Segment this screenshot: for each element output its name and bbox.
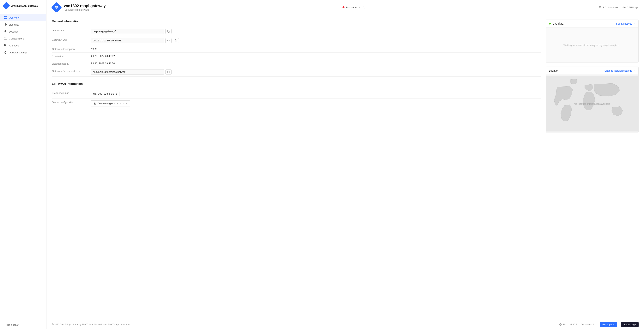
svg-rect-1 xyxy=(6,16,6,17)
no-location-text: No location information available xyxy=(574,102,610,105)
topbar: wm1302 raspi gateway ID: raspberrypigate… xyxy=(46,0,644,15)
live-status-dot xyxy=(549,23,551,24)
location-box: Location Change location settings → xyxy=(546,66,638,133)
gateway-id-value: raspberrypigateway6 xyxy=(68,8,89,11)
gateway-eui-value-cell: 00 16 C0 01 FF 19 BA FE xyxy=(90,38,541,43)
footer-right: EN v3.20.2 Documentation Get support Sta… xyxy=(559,322,638,327)
status-label: Disconnected xyxy=(346,6,361,9)
page-footer: © 2022 The Things Stack by The Things Ne… xyxy=(46,320,644,329)
download-btn-label: Download global_conf.json xyxy=(98,102,128,105)
sidebar-item-location[interactable]: Location xyxy=(0,28,46,35)
svg-rect-5 xyxy=(5,24,5,25)
sidebar-item-live-data[interactable]: Live data xyxy=(0,21,46,28)
location-header-left: Location xyxy=(549,69,559,72)
gateway-id-label: Gateway ID xyxy=(52,29,90,32)
get-support-button[interactable]: Get support xyxy=(600,322,617,327)
topbar-title-block: wm1302 raspi gateway ID: raspberrypigate… xyxy=(64,4,106,11)
sidebar-header: wm1302 raspi gateway xyxy=(0,0,46,12)
live-data-icon xyxy=(4,23,7,26)
api-keys-count: 0 API keys xyxy=(627,6,638,9)
download-icon xyxy=(94,102,96,105)
sidebar-item-location-label: Location xyxy=(9,30,18,33)
global-config-row: Global configuration Download global_con… xyxy=(52,98,541,108)
sidebar-item-collaborators[interactable]: Collaborators xyxy=(0,35,46,42)
topbar-left: wm1302 raspi gateway ID: raspberrypigate… xyxy=(52,3,106,12)
language-selector[interactable]: EN xyxy=(559,323,566,326)
location-icon xyxy=(4,30,7,33)
gateway-id-value-cell: raspberrypigateway6 xyxy=(90,29,541,34)
live-data-content: Waiting for events from raspberrypigatew… xyxy=(546,28,638,62)
last-updated-label: Last updated at xyxy=(52,62,90,65)
content-area: General information Gateway ID raspberry… xyxy=(46,15,644,320)
status-page-button[interactable]: Status page xyxy=(621,322,638,327)
live-data-title: Live data xyxy=(552,22,564,25)
status-area: Disconnected ⓘ xyxy=(342,5,365,9)
server-address-copy-button[interactable] xyxy=(165,69,172,74)
disconnected-dot xyxy=(342,6,344,8)
documentation-link[interactable]: Documentation xyxy=(581,323,596,326)
server-address-field: nam1.cloud.thethings.network xyxy=(90,69,164,74)
gateway-id-field: raspberrypigateway6 xyxy=(90,29,164,34)
frequency-plan-badge: US_902_928_FSB_2 xyxy=(90,91,120,96)
change-location-link[interactable]: Change location settings → xyxy=(604,69,635,72)
lorawan-title: LoRaWAN information xyxy=(52,82,541,85)
globe-icon xyxy=(559,323,562,326)
api-keys-stat[interactable]: 0 API keys xyxy=(622,6,638,9)
live-data-header-left: Live data xyxy=(549,22,564,25)
api-key-stat-icon xyxy=(622,6,626,9)
location-title: Location xyxy=(549,69,559,72)
gateway-id-row: Gateway ID raspberrypigateway6 xyxy=(52,27,541,36)
sidebar-item-general-settings[interactable]: General settings xyxy=(0,49,46,56)
live-data-box: Live data See all activity → Waiting for… xyxy=(546,19,638,63)
download-config-button[interactable]: Download global_conf.json xyxy=(90,100,130,106)
sidebar-item-overview[interactable]: Overview xyxy=(0,14,46,21)
hide-sidebar-label: Hide sidebar xyxy=(6,324,18,326)
gateway-id-copy-button[interactable] xyxy=(165,29,172,34)
gateway-description-label: Gateway description xyxy=(52,47,90,50)
language-label: EN xyxy=(563,323,566,326)
svg-rect-2 xyxy=(4,18,5,19)
footer-copyright: © 2022 The Things Stack by The Things Ne… xyxy=(52,323,130,326)
sidebar-item-overview-label: Overview xyxy=(9,16,19,19)
server-address-label: Gateway Server address xyxy=(52,69,90,73)
gateway-description-value: None xyxy=(90,47,541,50)
location-header: Location Change location settings → xyxy=(546,67,638,75)
hide-sidebar-button[interactable]: ‹ Hide sidebar xyxy=(0,321,46,329)
no-location-overlay: No location information available xyxy=(546,75,638,133)
general-info-title: General information xyxy=(52,19,541,23)
server-address-row: Gateway Server address nam1.cloud.thethi… xyxy=(52,67,541,77)
live-data-header: Live data See all activity → xyxy=(546,20,638,28)
sidebar-item-api-keys-label: API keys xyxy=(9,44,19,47)
collaborators-stat[interactable]: 1 Collaborator xyxy=(598,6,619,9)
svg-rect-7 xyxy=(6,24,6,25)
sidebar-item-api-keys[interactable]: API keys xyxy=(0,42,46,49)
gateway-eui-row: Gateway EUI 00 16 C0 01 FF 19 BA FE xyxy=(52,36,541,45)
lorawan-section: LoRaWAN information Frequency plan US_90… xyxy=(52,82,541,108)
collaborators-icon xyxy=(4,37,7,40)
gateway-eui-copy-button[interactable] xyxy=(173,38,179,43)
last-updated-row: Last updated at Jul 30, 2022 09:41:50 xyxy=(52,60,541,67)
svg-rect-3 xyxy=(6,18,6,19)
svg-rect-4 xyxy=(4,24,4,25)
global-config-label: Global configuration xyxy=(52,100,90,104)
sidebar-nav: Overview Live data Location xyxy=(0,12,46,321)
svg-rect-0 xyxy=(4,16,5,17)
waiting-message: Waiting for events from raspberrypigatew… xyxy=(564,44,621,47)
see-all-activity-link[interactable]: See all activity → xyxy=(616,22,635,25)
api-keys-icon xyxy=(4,44,7,47)
wifi-icon xyxy=(52,3,61,12)
gateway-eui-code-button[interactable] xyxy=(165,38,172,43)
global-config-value-cell: Download global_conf.json xyxy=(90,100,541,106)
sidebar-app-title: wm1302 raspi gateway xyxy=(11,4,38,7)
collaborators-stat-icon xyxy=(598,6,602,9)
sidebar-item-live-data-label: Live data xyxy=(9,23,19,26)
last-updated-value: Jul 30, 2022 09:41:50 xyxy=(90,62,541,65)
status-help-icon[interactable]: ⓘ xyxy=(363,5,365,9)
created-at-value: Jul 28, 2022 20:40:52 xyxy=(90,54,541,57)
topbar-right: 1 Collaborator 0 API keys xyxy=(598,6,638,9)
gateway-eui-label: Gateway EUI xyxy=(52,38,90,41)
created-at-row: Created at Jul 28, 2022 20:40:52 xyxy=(52,53,541,60)
chevron-left-icon: ‹ xyxy=(4,324,4,326)
created-at-label: Created at xyxy=(52,54,90,58)
location-map: No location information available xyxy=(546,75,638,133)
